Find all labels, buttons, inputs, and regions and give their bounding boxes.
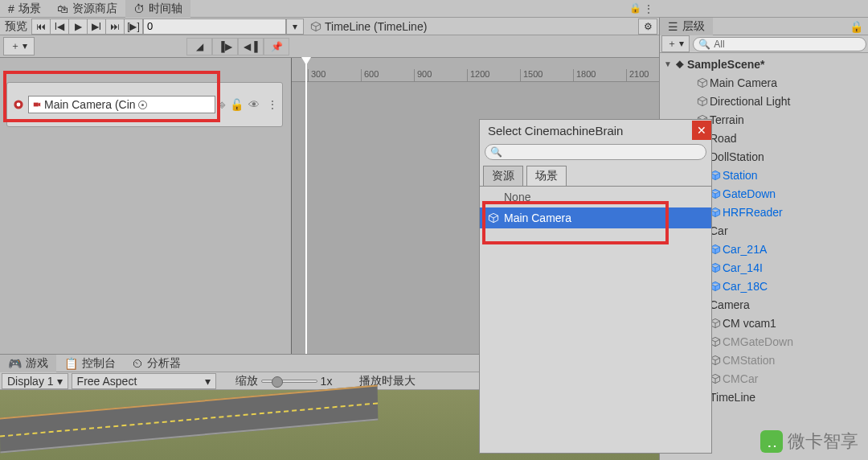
popup-close-button[interactable]: ✕ [692,121,711,140]
popup-tab-scene[interactable]: 场景 [526,166,567,186]
tree-label: CMStation [723,354,865,367]
expand-arrow[interactable]: ▼ [663,60,673,68]
scale-label: 缩放 [235,374,258,388]
track-tools: ⎆ 🔓 👁 ⋮ [219,98,277,111]
prev-frame-button[interactable]: I◀ [50,18,69,35]
tree-label: HRFReader [723,206,865,219]
tab-game[interactable]: 🎮游戏 [0,355,56,372]
timeline-icon: ⏱ [133,2,145,15]
hierarchy-toolbar: ＋ ▾ 🔍 All [660,35,868,53]
tree-item[interactable]: Main Camera [660,73,868,92]
cinemachine-track[interactable]: Main Camera (Cin ⎆ 🔓 👁 ⋮ [6,82,283,127]
tree-label: Car_18C [723,280,865,293]
popup-titlebar: Select CinemachineBrain ✕ [480,120,711,141]
goto-end-button[interactable]: ⏭ [105,18,125,35]
aspect-select[interactable]: Free Aspect ▾ [72,373,216,389]
marker-icon[interactable]: ◢ [186,38,212,55]
preview-label[interactable]: 预览 [0,19,32,34]
frame-input[interactable] [143,18,286,35]
tree-label: CMCar [723,372,865,385]
tab-timeline[interactable]: ⏱时间轴 [125,0,190,18]
tree-label: Car_14I [723,261,865,274]
object-picker-icon[interactable] [138,101,147,109]
ruler-tick: 1800 [573,69,596,82]
ruler-tick: 300 [308,69,326,82]
goto-start-button[interactable]: ⏮ [31,18,51,35]
tree-item[interactable]: Directional Light [660,92,868,110]
ruler-tick: 2100 [626,69,649,82]
ruler-tick: 900 [414,69,432,82]
add-track-button[interactable]: ＋ ▾ [3,37,35,55]
popup-item-label: Main Camera [504,212,571,224]
display-label: Display 1 [7,375,54,388]
popup-tabs: 资源 场景 [480,163,711,187]
curve-icon[interactable]: ⎆ [219,98,225,111]
road-line [0,402,378,437]
cube-icon [310,21,321,32]
lock-track-icon[interactable]: 🔓 [230,98,244,111]
popup-tab-assets[interactable]: 资源 [483,166,523,186]
hierarchy-title: 层级 [682,19,705,34]
scene-root[interactable]: ▼ ⯁ SampleScene* [660,55,868,73]
watermark-text: 微卡智享 [788,429,858,454]
search-value: All [714,39,724,50]
popup-search-input[interactable] [502,146,701,158]
settings-button[interactable]: ⚙ [638,18,657,35]
tab-hierarchy[interactable]: ☰层级 [660,18,713,35]
gamepad-icon: 🎮 [8,357,22,370]
tab-game-label: 游戏 [26,356,48,371]
next-frame-button[interactable]: ▶I [87,18,106,35]
tab-console-label: 控制台 [82,356,116,371]
scene-label: SampleScene* [687,58,865,71]
frame-dropdown[interactable]: ▾ [286,18,304,35]
tab-scene[interactable]: #场景 [0,0,49,18]
watermark: 微卡智享 [760,429,858,454]
timeline-ruler[interactable]: 300 600 900 1200 1500 1800 2100 [292,58,659,82]
play-button[interactable]: ▶ [68,18,88,35]
track-binding-label: Main Camera (Cin [44,98,136,111]
tab-asset-store[interactable]: 🛍资源商店 [49,0,125,18]
tree-label: TimeLine [710,391,865,404]
display-select[interactable]: Display 1 ▾ [2,373,68,389]
track-list: Main Camera (Cin ⎆ 🔓 👁 ⋮ [0,58,292,354]
scale-slider[interactable] [261,380,317,383]
tree-label: Car_21A [723,243,865,256]
popup-item-main-camera[interactable]: Main Camera [480,207,711,228]
scale-value: 1x [321,375,333,388]
popup-item-none[interactable]: None [480,187,711,207]
tab-console[interactable]: 📋控制台 [56,355,124,372]
popup-search[interactable]: 🔍 [485,144,706,160]
aspect-label: Free Aspect [77,375,137,388]
main-area: 预览 ⏮ I◀ ▶ ▶I ⏭ [▶] ▾ TimeLine (TimeLine)… [0,18,868,460]
lock-icon[interactable]: 🔒 [850,20,863,33]
console-icon: 📋 [64,357,78,370]
tree-label: GateDown [723,187,865,200]
tree-label: Station [723,169,865,182]
road-scene [0,384,378,453]
timeline-asset-bar[interactable]: TimeLine (TimeLine) [304,20,638,33]
play-range-button[interactable]: [▶] [124,18,143,35]
timeline-sub-toolbar: ＋ ▾ ◢ ▐▶ ◀▐ 📌 [0,35,659,58]
hierarchy-add-button[interactable]: ＋ ▾ [661,35,690,52]
hierarchy-header: ☰层级 🔒 [660,18,868,35]
tree-label: Road [710,132,865,145]
playhead[interactable] [305,58,307,354]
track-menu-icon[interactable]: ⋮ [268,99,277,110]
svg-rect-2 [34,103,39,107]
tab-profiler[interactable]: ⏲分析器 [124,355,189,372]
tree-label: DollStation [710,150,865,163]
mute-track-icon[interactable]: 👁 [248,98,260,111]
ruler-tick: 600 [361,69,379,82]
hierarchy-search[interactable]: 🔍 All [693,37,866,51]
panel-tabs: #场景 🛍资源商店 ⏱时间轴 🔒 ⋮ [0,0,868,18]
popup-title: Select CinemachineBrain [488,124,623,138]
ruler-tick: 1200 [467,69,489,82]
track-binding-field[interactable]: Main Camera (Cin [28,96,215,113]
lock-icon[interactable]: 🔒 [629,2,641,14]
ripple-mode-button[interactable]: ◀▐ [238,38,264,55]
mix-mode-button[interactable]: ▐▶ [212,38,238,55]
cinemachine-icon [12,98,25,111]
panel-menu-icon[interactable]: ⋮ [643,2,654,15]
replace-mode-button[interactable]: 📌 [264,38,289,55]
unity-icon: ⯁ [674,58,686,71]
